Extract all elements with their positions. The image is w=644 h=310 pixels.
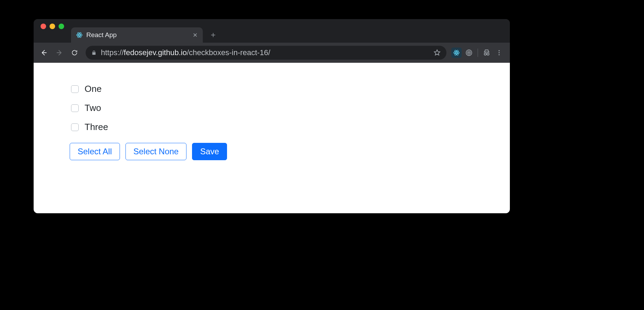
close-tab-icon[interactable] (192, 32, 198, 38)
lock-icon (91, 50, 97, 55)
checkbox-one[interactable] (71, 85, 79, 93)
react-devtools-extension-icon[interactable] (451, 47, 462, 59)
checkbox-two[interactable] (71, 104, 79, 112)
checkbox-three[interactable] (71, 123, 79, 131)
svg-point-15 (498, 54, 499, 55)
select-none-button[interactable]: Select None (125, 143, 187, 160)
toolbar: https://fedosejev.github.io/checkboxes-i… (34, 43, 510, 63)
reload-button[interactable] (68, 46, 81, 60)
maximize-window-button[interactable] (59, 24, 64, 29)
minimize-window-button[interactable] (50, 24, 55, 29)
checkbox-label: One (85, 84, 102, 94)
toolbar-separator (478, 49, 478, 57)
button-row: Select All Select None Save (70, 143, 510, 160)
kebab-menu-icon[interactable] (493, 47, 505, 59)
checkbox-option-one[interactable]: One (70, 84, 510, 94)
new-tab-button[interactable] (206, 28, 220, 42)
url-host: fedosejev.github.io (124, 48, 187, 57)
titlebar: React App (34, 19, 510, 43)
incognito-icon[interactable] (481, 47, 493, 59)
bookmark-star-icon[interactable] (433, 49, 441, 57)
svg-point-11 (484, 53, 486, 55)
url-scheme: https:// (101, 48, 124, 57)
tab-title: React App (86, 31, 189, 39)
address-bar[interactable]: https://fedosejev.github.io/checkboxes-i… (86, 46, 446, 60)
checkbox-option-two[interactable]: Two (70, 103, 510, 113)
toolbar-right (451, 47, 506, 59)
browser-window: React App (34, 19, 510, 213)
window-controls (38, 19, 71, 43)
svg-point-12 (487, 53, 489, 55)
svg-point-4 (456, 52, 457, 53)
tabstrip: React App (71, 19, 220, 43)
url-path: /checkboxes-in-react-16/ (187, 48, 270, 57)
checkbox-label: Two (85, 103, 101, 113)
checkbox-label: Three (85, 122, 108, 132)
url-text: https://fedosejev.github.io/checkboxes-i… (101, 48, 429, 57)
select-all-button[interactable]: Select All (70, 143, 120, 160)
browser-tab-active[interactable]: React App (71, 27, 203, 43)
svg-point-13 (498, 50, 499, 51)
svg-point-0 (79, 34, 80, 35)
checkbox-option-three[interactable]: Three (70, 122, 510, 132)
svg-point-14 (498, 52, 499, 53)
target-extension-icon[interactable] (463, 47, 475, 59)
page-content: One Two Three Select All Select None Sav… (34, 63, 510, 213)
react-icon (76, 32, 83, 38)
svg-point-10 (469, 52, 470, 53)
close-window-button[interactable] (41, 24, 46, 29)
back-button[interactable] (37, 46, 51, 60)
forward-button[interactable] (52, 46, 66, 60)
save-button[interactable]: Save (192, 143, 227, 160)
